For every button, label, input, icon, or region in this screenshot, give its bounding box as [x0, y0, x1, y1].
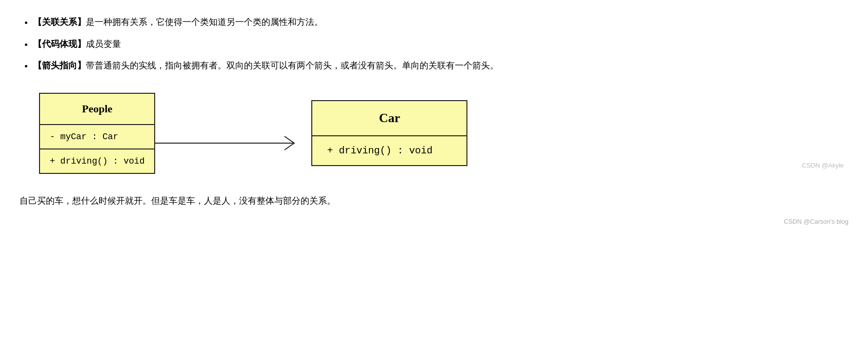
uml-people-name: People: [40, 94, 154, 125]
uml-car-method: + driving() : void: [312, 136, 466, 165]
uml-car-name: Car: [312, 101, 466, 136]
uml-people-attr: - myCar : Car: [40, 125, 154, 149]
footer-watermark: CSDN @Carson's blog: [20, 218, 848, 225]
bullet-item-2: 【代码体现】成员变量: [33, 37, 848, 52]
bullet-text-1: 是一种拥有关系，它使得一个类知道另一个类的属性和方法。: [86, 17, 323, 27]
uml-diagram: People - myCar : Car + driving() : void …: [39, 93, 848, 174]
bullet-term-3: 【箭头指向】: [33, 61, 86, 70]
uml-diagram-wrapper: People - myCar : Car + driving() : void …: [20, 93, 848, 174]
bullet-term-2: 【代码体现】: [33, 39, 86, 49]
uml-car-class: Car + driving() : void: [311, 100, 467, 166]
bullet-list: 【关联关系】是一种拥有关系，它使得一个类知道另一个类的属性和方法。 【代码体现】…: [20, 15, 848, 73]
bullet-item-1: 【关联关系】是一种拥有关系，它使得一个类知道另一个类的属性和方法。: [33, 15, 848, 30]
footer-text: 自己买的车，想什么时候开就开。但是车是车，人是人，没有整体与部分的关系。: [20, 193, 848, 209]
inner-watermark: CSDN @Akyle: [802, 162, 844, 169]
uml-people-method: + driving() : void: [40, 149, 154, 173]
bullet-term-1: 【关联关系】: [33, 17, 86, 27]
bullet-text-2: 成员变量: [86, 39, 121, 49]
bullet-text-3: 带普通箭头的实线，指向被拥有者。双向的关联可以有两个箭头，或者没有箭头。单向的关…: [86, 61, 499, 70]
association-arrow: [155, 128, 311, 158]
uml-people-class: People - myCar : Car + driving() : void: [39, 93, 155, 174]
uml-arrow-container: [155, 128, 311, 158]
bullet-item-3: 【箭头指向】带普通箭头的实线，指向被拥有者。双向的关联可以有两个箭头，或者没有箭…: [33, 58, 848, 73]
